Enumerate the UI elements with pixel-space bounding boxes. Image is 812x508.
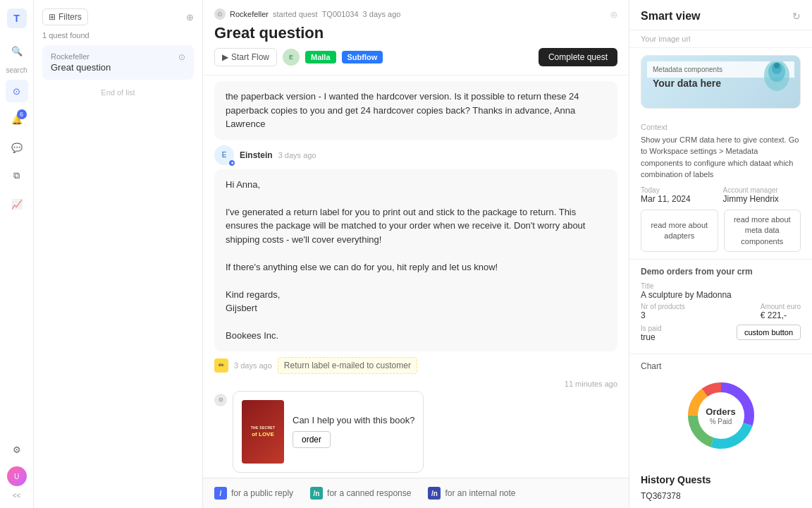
context-label: Context — [641, 123, 801, 131]
today-value: Mar 11, 2024 — [641, 194, 719, 204]
btn2-line2: meta data components — [741, 226, 783, 245]
nav-notifications[interactable]: 🔔 6 — [6, 108, 28, 131]
nav-search-label: search — [6, 66, 27, 74]
custom-button[interactable]: custom button — [737, 325, 801, 340]
gear-icon: ⚙ — [13, 445, 21, 455]
book-cover-img: THE SECRET of LOVE — [242, 400, 284, 464]
canned-response-option[interactable]: /n for a canned response — [310, 487, 411, 500]
nav-inbox[interactable]: ⊙ — [6, 80, 28, 102]
end-of-list: End of list — [42, 88, 194, 97]
panel-url: Your image url — [629, 30, 812, 48]
filters-button[interactable]: ⊞ Filters — [42, 8, 88, 25]
order-title-value: A sculpture by Madonna — [641, 290, 801, 300]
message-text-partial: the paperback version - I wanted the har… — [214, 81, 617, 140]
user-avatar[interactable]: U — [7, 466, 27, 486]
search-icon: 🔍 — [11, 46, 23, 56]
public-reply-option[interactable]: / for a public reply — [214, 487, 293, 500]
order-details-row: Nr of products 3 Amount euro € 221,- — [641, 303, 801, 320]
internal-note-option[interactable]: /n for an internal note — [428, 487, 515, 500]
app-logo: T — [7, 8, 27, 28]
nav-messages[interactable]: 💬 — [6, 136, 28, 159]
notification-badge: 6 — [17, 109, 27, 119]
nav-analytics[interactable]: 📈 — [6, 193, 28, 215]
message-book-card: 11 minutes ago ⊙ THE SECRET of LOVE Can … — [214, 380, 617, 473]
sidebar-header: ⊞ Filters ⊕ — [42, 8, 194, 25]
canned-response-prefix: /n — [310, 487, 323, 500]
bot-indicator: ★ — [228, 159, 235, 167]
play-icon: ▶ — [222, 52, 228, 62]
conversation: the paperback version - I wanted the har… — [203, 75, 629, 478]
is-paid-value: true — [641, 332, 661, 342]
order-title-label: Title — [641, 282, 801, 290]
book-card-time: 11 minutes ago — [565, 380, 617, 388]
quest-actor: Rockefeller — [230, 10, 269, 18]
quest-title: Great question — [214, 24, 617, 42]
history-id: TQ367378 — [641, 491, 801, 501]
inbox-icon: ⊙ — [13, 86, 20, 97]
filters-label: Filters — [59, 12, 82, 22]
tag-malla[interactable]: Malla — [305, 51, 336, 64]
book-title-line1: THE SECRET — [251, 425, 276, 430]
btn1-line2: adapters — [664, 231, 694, 240]
nr-products-field: Nr of products 3 — [641, 303, 685, 320]
chart-section: Chart Or — [629, 354, 812, 467]
complete-quest-button[interactable]: Complete quest — [539, 48, 617, 66]
smart-panel: Smart view ↻ Your image url Metadata com… — [629, 0, 812, 508]
history-title: History Quests — [641, 474, 801, 485]
quest-system-icon: ⊙ — [214, 8, 226, 20]
image-preview: Metadata components Your data here — [641, 55, 801, 109]
donut-main-label: Orders — [706, 406, 736, 418]
public-reply-prefix: / — [214, 487, 227, 500]
avatar-group: E — [283, 49, 300, 66]
agent-avatar: E ★ — [214, 145, 234, 165]
start-flow-label: Start Flow — [231, 52, 269, 62]
copies-icon: ⧉ — [13, 170, 20, 181]
nr-products-label: Nr of products — [641, 303, 685, 310]
sidebar: ⊞ Filters ⊕ 1 quest found Rockefeller ⊙ … — [34, 0, 203, 508]
note-text: Return label e-mailed to customer — [278, 357, 417, 374]
internal-note-row: ✏ 3 days ago Return label e-mailed to cu… — [214, 357, 617, 374]
book-card-text: Can I help you with this book? order — [293, 415, 414, 448]
order-title-field: Title A sculpture by Madonna — [641, 282, 801, 300]
quest-item-title: Great question — [51, 62, 185, 73]
quest-item-header: Rockefeller ⊙ — [51, 52, 185, 62]
quest-item-icon: ⊙ — [178, 52, 185, 62]
panel-title: Smart view — [641, 10, 700, 23]
donut-wrap: Orders % Paid — [682, 377, 760, 454]
reply-options: / for a public reply /n for a canned res… — [214, 487, 617, 500]
btn2-line1: read more about — [734, 215, 791, 224]
nav-collapse-btn[interactable]: << — [13, 492, 21, 500]
nav-search[interactable]: 🔍 — [6, 40, 28, 62]
book-question: Can I help you with this book? — [293, 415, 414, 425]
context-btn-meta[interactable]: read more about meta data components — [724, 210, 801, 252]
agent-message-body: Hi Anna, I've generated a return label f… — [214, 169, 617, 351]
internal-note-prefix: /n — [428, 487, 441, 500]
quest-list-item[interactable]: Rockefeller ⊙ Great question — [42, 45, 194, 80]
context-btn-adapters[interactable]: read more about adapters — [641, 210, 718, 252]
book-cover: THE SECRET of LOVE — [242, 400, 284, 464]
svg-point-3 — [774, 63, 780, 68]
quest-meta: ⊙ Rockefeller started quest TQ001034 3 d… — [214, 8, 617, 20]
nav-copies[interactable]: ⧉ — [6, 164, 28, 187]
sidebar-settings-icon[interactable]: ⊕ — [186, 12, 194, 23]
quest-contact-name: Rockefeller — [51, 52, 90, 61]
reply-bar: / for a public reply /n for a canned res… — [203, 478, 629, 508]
agent-name: Einstein — [240, 150, 273, 160]
account-manager-value: Jimmy Hendrix — [723, 194, 801, 204]
start-flow-button[interactable]: ▶ Start Flow — [214, 48, 277, 66]
canned-response-label: for a canned response — [327, 488, 411, 498]
amount-field: Amount euro € 221,- — [761, 303, 801, 320]
note-icon: ✏ — [214, 358, 228, 373]
orders-section-label: Demo orders from your crm — [641, 267, 801, 277]
nr-products-value: 3 — [641, 310, 685, 320]
filter-icon: ⊞ — [49, 12, 56, 22]
refresh-icon[interactable]: ↻ — [792, 11, 801, 22]
note-time: 3 days ago — [234, 361, 272, 370]
book-card-content: THE SECRET of LOVE Can I help you with t… — [233, 391, 424, 473]
quest-time: 3 days ago — [363, 10, 401, 18]
quest-hide-icon[interactable]: ◎ — [610, 10, 617, 19]
order-button[interactable]: order — [293, 431, 331, 448]
agent-msg-header: E ★ Einstein 3 days ago — [214, 145, 617, 165]
nav-settings[interactable]: ⚙ — [6, 438, 28, 461]
tag-subflow[interactable]: Subflow — [342, 51, 383, 64]
